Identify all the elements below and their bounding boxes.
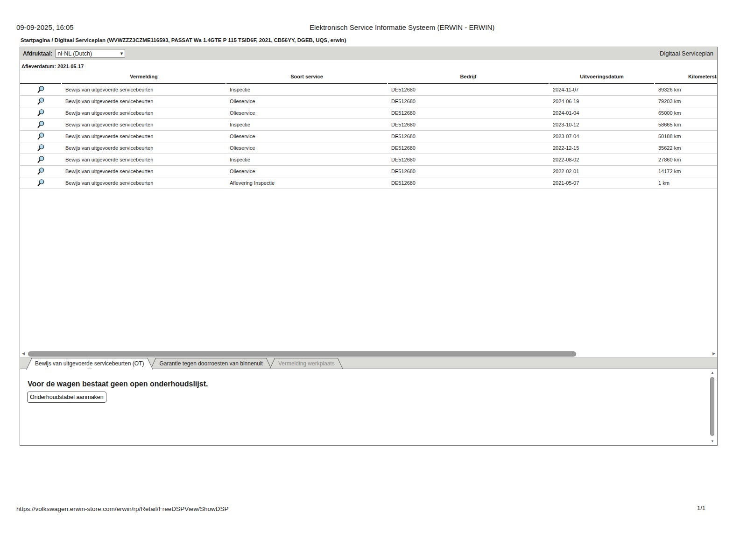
row-soort-service: Inspectie (226, 122, 387, 127)
create-maintenance-table-button[interactable]: Onderhoudstabel aanmaken (27, 392, 106, 403)
header-bedrijf: Bedrijf (388, 70, 549, 84)
row-soort-service: Inspectie (226, 87, 387, 92)
table-row: Bewijs van uitgevoerde servicebeurtenAfl… (20, 177, 718, 189)
row-magnifier-button[interactable] (20, 109, 61, 117)
row-uitvoeringsdatum: 2023-07-04 (550, 133, 654, 139)
row-bedrijf: DE512680 (388, 180, 549, 186)
row-soort-service: Olieservice (226, 133, 387, 139)
page-title: Elektronisch Service Informatie Systeem … (310, 23, 494, 31)
row-soort-service: Aflevering Inspectie (226, 180, 387, 186)
magnifier-icon (37, 132, 45, 140)
table-row: Bewijs van uitgevoerde servicebeurtenOli… (20, 142, 718, 154)
header-icon-column (20, 70, 61, 84)
vertical-scrollbar[interactable]: ▲ ▼ (709, 371, 716, 444)
header-uitvoeringsdatum: Uitvoeringsdatum (550, 70, 654, 84)
row-uitvoeringsdatum: 2024-01-04 (550, 110, 654, 116)
tab-garantie-doorroesten[interactable]: Garantie tegen doorroesten van binnenuit (157, 358, 265, 369)
row-bedrijf: DE512680 (388, 168, 549, 174)
bottom-tab-strip: Bewijs van uitgevoerde servicebeurten (O… (20, 357, 717, 369)
magnifier-icon (37, 85, 45, 94)
row-bedrijf: DE512680 (388, 122, 549, 127)
row-bedrijf: DE512680 (388, 98, 549, 104)
magnifier-icon (37, 120, 45, 129)
row-soort-service: Inspectie (226, 157, 387, 162)
row-bedrijf: DE512680 (388, 133, 549, 139)
row-uitvoeringsdatum: 2023-10-12 (550, 122, 654, 127)
horizontal-scroll-track[interactable] (26, 351, 711, 357)
table-header-row: Vermelding Soort service Bedrijf Uitvoer… (20, 70, 718, 84)
table-row: Bewijs van uitgevoerde servicebeurtenOli… (20, 107, 718, 119)
magnifier-icon (37, 179, 45, 187)
row-uitvoeringsdatum: 2022-08-02 (550, 157, 654, 162)
table-row: Bewijs van uitgevoerde servicebeurtenIns… (20, 119, 718, 131)
breadcrumb[interactable]: Startpagina / Digitaal Serviceplan (WVWZ… (21, 37, 346, 43)
tab-label: Vermelding werkplaats (278, 360, 335, 367)
row-uitvoeringsdatum: 2022-02-01 (550, 168, 654, 174)
scroll-left-icon[interactable]: ◀ (21, 350, 26, 357)
row-kilometerstand: 89326 km (655, 87, 718, 92)
row-vermelding: Bewijs van uitgevoerde servicebeurten (62, 122, 226, 127)
row-bedrijf: DE512680 (388, 110, 549, 116)
tab-bewijs-servicebeurten[interactable]: Bewijs van uitgevoerde servicebeurten (O… (33, 358, 146, 369)
tab-vermelding-werkplaats[interactable]: Vermelding werkplaats (276, 358, 337, 369)
row-bedrijf: DE512680 (388, 87, 549, 92)
maintenance-panel: Voor de wagen bestaat geen open onderhou… (20, 370, 717, 445)
row-soort-service: Olieservice (226, 145, 387, 151)
row-magnifier-button[interactable] (20, 97, 61, 105)
magnifier-icon (37, 155, 45, 164)
table-row: Bewijs van uitgevoerde servicebeurtenOli… (20, 96, 718, 107)
magnifier-icon (37, 97, 45, 105)
footer-url: https://volkswagen.erwin-store.com/erwin… (16, 505, 228, 512)
horizontal-scrollbar[interactable]: ◀ ▶ (21, 350, 717, 357)
scroll-up-icon[interactable]: ▲ (709, 371, 716, 376)
vertical-scroll-thumb[interactable] (710, 377, 714, 436)
row-vermelding: Bewijs van uitgevoerde servicebeurten (62, 157, 226, 162)
row-magnifier-button[interactable] (20, 120, 61, 129)
row-soort-service: Olieservice (226, 110, 387, 116)
table-row: Bewijs van uitgevoerde servicebeurtenIns… (20, 84, 718, 96)
row-kilometerstand: 79203 km (655, 98, 718, 104)
delivery-date-value: 2021-05-17 (57, 63, 84, 69)
scroll-right-icon[interactable]: ▶ (711, 350, 717, 357)
table-row: Bewijs van uitgevoerde servicebeurtenOli… (20, 166, 718, 177)
row-kilometerstand: 35622 km (655, 145, 718, 151)
header-kilometerstand: Kilometerstand (655, 70, 718, 84)
magnifier-icon (37, 167, 45, 175)
row-magnifier-button[interactable] (20, 144, 61, 152)
row-magnifier-button[interactable] (20, 85, 61, 94)
language-select[interactable]: nl-NL (Dutch) ▾ (55, 49, 125, 58)
row-kilometerstand: 50188 km (655, 133, 718, 139)
row-uitvoeringsdatum: 2024-06-19 (550, 98, 654, 104)
scroll-down-icon[interactable]: ▼ (709, 439, 716, 444)
row-kilometerstand: 1 km (655, 180, 718, 186)
serviceplan-window: Afdruktaal: nl-NL (Dutch) ▾ Digitaal Ser… (20, 47, 718, 446)
horizontal-scroll-thumb[interactable] (28, 351, 576, 357)
language-toolbar: Afdruktaal: nl-NL (Dutch) ▾ Digitaal Ser… (20, 47, 717, 60)
row-vermelding: Bewijs van uitgevoerde servicebeurten (62, 110, 226, 116)
header-vermelding: Vermelding (62, 70, 226, 84)
page-number: 1/1 (697, 504, 705, 511)
row-magnifier-button[interactable] (20, 179, 61, 187)
print-datetime: 09-09-2025, 16:05 (16, 23, 74, 31)
row-magnifier-button[interactable] (20, 167, 61, 175)
table-row: Bewijs van uitgevoerde servicebeurtenIns… (20, 154, 718, 166)
row-kilometerstand: 14172 km (655, 168, 718, 174)
row-magnifier-button[interactable] (20, 155, 61, 164)
row-vermelding: Bewijs van uitgevoerde servicebeurten (62, 145, 226, 151)
header-soort-service: Soort service (226, 70, 387, 84)
row-magnifier-button[interactable] (20, 132, 61, 140)
magnifier-icon (37, 109, 45, 117)
chevron-down-icon: ▾ (120, 50, 123, 56)
row-uitvoeringsdatum: 2021-05-07 (550, 180, 654, 186)
tab-label: Garantie tegen doorroesten van binnenuit (159, 360, 263, 367)
row-vermelding: Bewijs van uitgevoerde servicebeurten (62, 133, 226, 139)
no-maintenance-message: Voor de wagen bestaat geen open onderhou… (28, 380, 208, 388)
row-soort-service: Olieservice (226, 168, 387, 174)
table-row: Bewijs van uitgevoerde servicebeurtenOli… (20, 131, 718, 142)
language-select-label: Afdruktaal: (23, 50, 52, 57)
magnifier-icon (37, 144, 45, 152)
row-vermelding: Bewijs van uitgevoerde servicebeurten (62, 180, 226, 186)
service-table-body: Bewijs van uitgevoerde servicebeurtenIns… (20, 84, 718, 189)
delivery-date: Afleverdatum: 2021-05-17 (20, 60, 717, 70)
language-select-value: nl-NL (Dutch) (57, 50, 120, 57)
